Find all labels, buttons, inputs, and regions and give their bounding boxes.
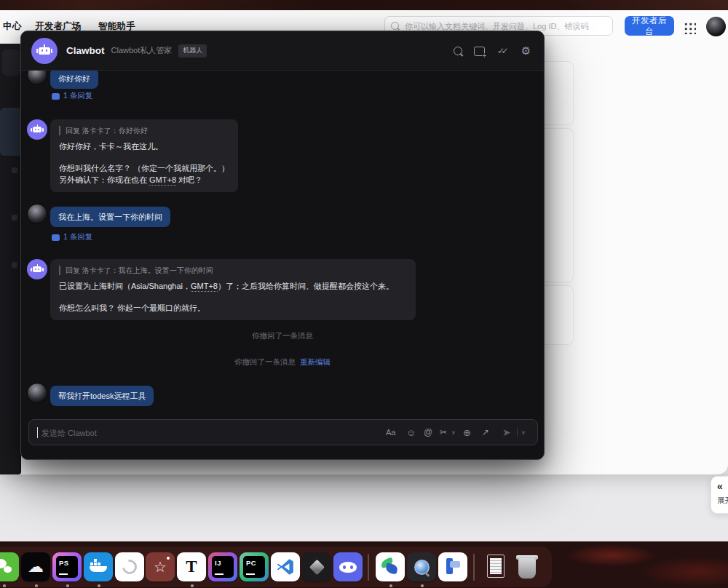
- search-icon: [391, 22, 399, 30]
- dock-phpstorm-icon[interactable]: PS: [52, 552, 82, 581]
- timezone-text: GMT+8: [149, 175, 176, 186]
- dock-wechat-icon[interactable]: [0, 552, 19, 581]
- bot-badge: 机器人: [178, 44, 207, 57]
- attach-plus-icon[interactable]: ⊕: [463, 420, 471, 445]
- chat-subtitle: Clawbot私人管家: [111, 45, 173, 56]
- dock-docker-icon[interactable]: [84, 552, 113, 581]
- bot-message-avatar[interactable]: [27, 259, 47, 279]
- running-indicator-dot: [421, 584, 424, 587]
- bot-message-bubble: 回复 洛卡卡了：你好你好 你好你好，卡卡～我在这儿。 你想叫我什么名字？ （你定…: [50, 119, 238, 192]
- dock-todesk-icon[interactable]: [438, 552, 467, 581]
- running-indicator-dot: [35, 584, 38, 587]
- reply-quote: 回复 洛卡卡了：我在上海。设置一下你的时间: [59, 266, 407, 275]
- reply-bubble-icon: [52, 234, 60, 241]
- clawbot-chat-window: Clawbot Clawbot私人管家 机器人 ✓✓ ⚙ 你好你好 1 条回复 …: [20, 31, 545, 460]
- site-search-input[interactable]: [403, 21, 606, 31]
- dock-typora-icon[interactable]: T: [177, 552, 206, 581]
- reply-quote: 回复 洛卡卡了：你好你好: [59, 126, 229, 135]
- recalled-message-notice: 你撤回了一条消息: [21, 331, 544, 341]
- ghost-panel: [540, 128, 574, 282]
- mention-icon[interactable]: @: [424, 420, 432, 445]
- clawbot-avatar[interactable]: [31, 38, 58, 64]
- list-item: [2, 49, 20, 76]
- timezone-text: GMT+8: [191, 282, 218, 292]
- reply-bubble-icon: [52, 93, 60, 100]
- ghost-panel: [540, 61, 574, 125]
- chat-header: Clawbot Clawbot私人管家 机器人 ✓✓ ⚙: [21, 31, 544, 71]
- thread-reply-link[interactable]: 1 条回复: [52, 91, 92, 101]
- bot-message-avatar[interactable]: [27, 119, 47, 140]
- running-indicator-dot: [98, 584, 100, 587]
- recalled-message-notice: 你撤回了一条消息重新编辑: [21, 357, 544, 368]
- dock-intellij-icon[interactable]: IJ: [208, 552, 237, 581]
- dock-cube-3d-app-icon[interactable]: [302, 552, 331, 581]
- ghost-panel: [540, 285, 574, 345]
- user-avatar[interactable]: [706, 17, 726, 36]
- dock-navicat-icon[interactable]: [115, 552, 144, 581]
- running-indicator-dot: [191, 584, 194, 587]
- expand-composer-icon[interactable]: ↗: [482, 420, 489, 445]
- double-chevron-left-icon: «: [717, 481, 723, 491]
- send-options-chevron-icon[interactable]: ∨: [521, 420, 526, 445]
- user-message-bubble: 帮我打开todesk远程工具: [50, 386, 154, 406]
- dock-cloud-terminal-icon[interactable]: ☁: [21, 552, 50, 581]
- tab-center[interactable]: 中心: [3, 20, 21, 33]
- dock-discord-icon[interactable]: [333, 552, 363, 581]
- chevron-down-icon[interactable]: ∨: [451, 420, 456, 445]
- user-message-bubble: 你好你好: [50, 68, 98, 89]
- screenshot-scissors-icon[interactable]: ✂: [440, 420, 447, 445]
- running-indicator-dot: [389, 584, 392, 587]
- dock-pycharm-icon[interactable]: PC: [240, 552, 269, 581]
- thread-reply-link[interactable]: 1 条回复: [52, 232, 92, 242]
- running-indicator-dot: [66, 584, 69, 587]
- chat-title: Clawbot: [66, 45, 105, 56]
- message-composer[interactable]: Aa ☺ @ ✂ ∨ ⊕ ↗ ➤ ∨: [28, 419, 538, 445]
- running-indicator-dot: [3, 584, 6, 587]
- dock-trash-icon[interactable]: [513, 552, 542, 581]
- list-item-selected: [0, 108, 20, 156]
- background-window-strip: [0, 44, 21, 474]
- re-edit-link[interactable]: 重新编辑: [300, 357, 331, 366]
- dock-separator: [473, 554, 475, 581]
- expand-panel-button[interactable]: « 展开: [711, 476, 728, 514]
- user-message-bubble: 我在上海。设置一下你的时间: [50, 207, 170, 227]
- user-message-avatar[interactable]: [27, 204, 47, 224]
- bot-message-bubble: 回复 洛卡卡了：我在上海。设置一下你的时间 已设置为上海时间（Asia/Shan…: [50, 259, 416, 320]
- new-window-icon[interactable]: [473, 45, 486, 57]
- send-icon[interactable]: ➤: [502, 420, 511, 445]
- dock-bird-swoosh-app-icon[interactable]: [376, 552, 405, 581]
- dock-vscode-icon[interactable]: [271, 552, 300, 581]
- user-message-avatar[interactable]: [27, 383, 47, 403]
- emoji-icon[interactable]: ☺: [406, 420, 416, 445]
- message-input[interactable]: [40, 420, 283, 446]
- developer-backend-button[interactable]: 开发者后台: [625, 16, 674, 36]
- dock-separator: [368, 554, 369, 581]
- app-grid-icon[interactable]: [684, 22, 696, 34]
- menu-bar-strip: [0, 0, 728, 10]
- mark-read-icon[interactable]: ✓✓: [495, 45, 510, 57]
- search-chat-icon[interactable]: [451, 45, 464, 57]
- text-format-icon[interactable]: Aa: [386, 420, 395, 445]
- settings-gear-icon[interactable]: ⚙: [520, 45, 532, 57]
- dock-magnifier-app-icon[interactable]: [407, 552, 436, 581]
- dock-documents-stack-icon[interactable]: [482, 552, 511, 581]
- text-caret: [37, 427, 38, 438]
